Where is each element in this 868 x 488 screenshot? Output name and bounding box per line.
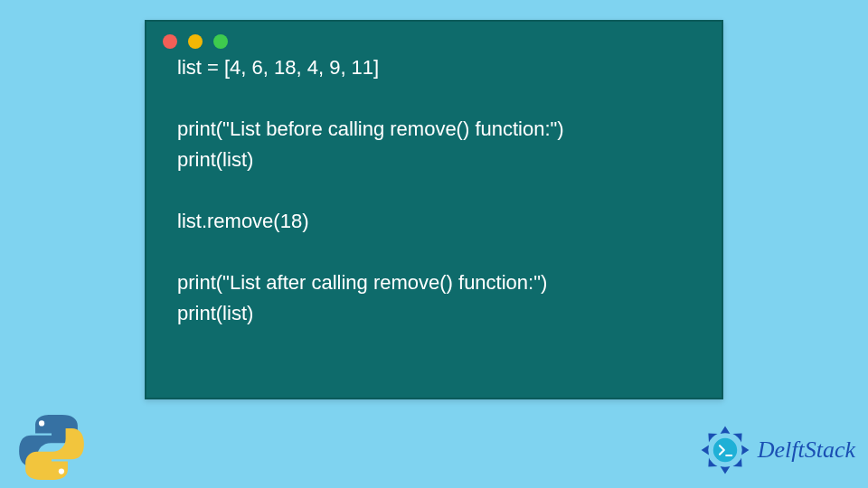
python-logo-icon bbox=[16, 412, 87, 483]
close-dot-icon bbox=[163, 34, 177, 49]
code-line: print(list) bbox=[177, 145, 691, 175]
svg-point-1 bbox=[59, 468, 64, 474]
titlebar bbox=[146, 22, 722, 52]
code-window: list = [4, 6, 18, 4, 9, 11] print("List … bbox=[145, 20, 723, 399]
delftstack-brand: DelftStack bbox=[698, 423, 855, 477]
code-blank bbox=[177, 237, 691, 267]
code-blank bbox=[177, 175, 691, 206]
svg-point-0 bbox=[39, 420, 44, 426]
code-line: print("List after calling remove() funct… bbox=[177, 267, 691, 298]
delftstack-logo-icon bbox=[698, 423, 752, 477]
code-blank bbox=[177, 83, 691, 114]
maximize-dot-icon bbox=[213, 34, 228, 49]
code-body: list = [4, 6, 18, 4, 9, 11] print("List … bbox=[146, 52, 722, 348]
svg-point-2 bbox=[713, 438, 737, 462]
code-line: list = [4, 6, 18, 4, 9, 11] bbox=[177, 52, 691, 83]
code-line: list.remove(18) bbox=[177, 206, 691, 237]
code-line: print(list) bbox=[177, 298, 691, 329]
delftstack-label: DelftStack bbox=[758, 436, 855, 464]
minimize-dot-icon bbox=[188, 34, 203, 49]
code-line: print("List before calling remove() func… bbox=[177, 114, 691, 145]
